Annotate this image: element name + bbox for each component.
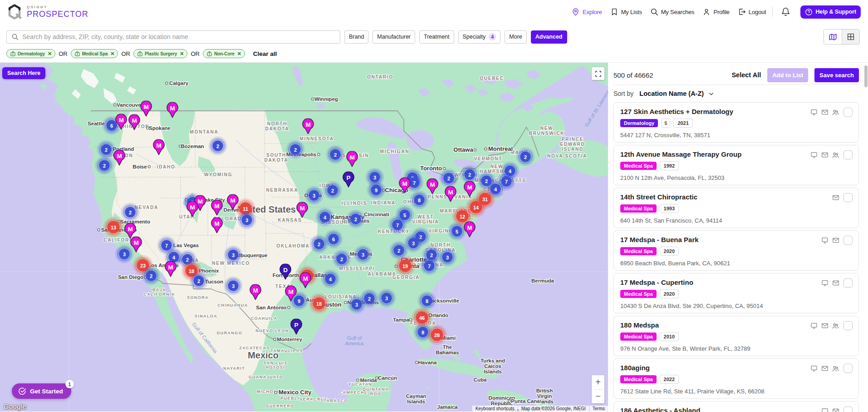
red-cluster-marker[interactable]: 18 — [313, 298, 325, 310]
brand-filter-button[interactable]: Brand — [344, 30, 368, 44]
blue-cluster-marker[interactable]: 6 — [329, 234, 339, 244]
filter-chip-dermatology[interactable]: Dermatology✕ — [6, 49, 55, 58]
clear-all-filters[interactable]: Clear all — [253, 50, 277, 57]
blue-cluster-marker[interactable]: 2 — [194, 276, 204, 286]
blue-cluster-marker[interactable]: 2 — [101, 144, 112, 155]
blue-cluster-marker[interactable]: 3 — [119, 249, 130, 259]
red-cluster-marker[interactable]: 11 — [240, 203, 252, 215]
select-location-checkbox[interactable] — [843, 407, 853, 412]
blue-cluster-marker[interactable]: 2 — [481, 176, 492, 186]
red-cluster-marker[interactable]: 46 — [416, 312, 428, 324]
select-location-checkbox[interactable] — [843, 150, 853, 159]
sort-dropdown[interactable]: Location Name (A-Z) — [639, 90, 714, 97]
blue-cluster-marker[interactable]: 2 — [351, 214, 361, 224]
treatment-filter-button[interactable]: Treatment — [419, 30, 454, 44]
result-card[interactable]: 180agingMedical Spa20227612 State Line R… — [613, 358, 859, 399]
filter-chip-medical-spa[interactable]: Medical Spa✕ — [71, 49, 118, 58]
panel-scrollbar[interactable] — [864, 64, 868, 410]
monitor-icon[interactable] — [821, 237, 829, 244]
remove-chip-icon[interactable]: ✕ — [237, 51, 241, 57]
blue-cluster-marker[interactable]: 3 — [309, 190, 319, 201]
map-view-button[interactable] — [824, 30, 842, 44]
blue-cluster-marker[interactable]: 2 — [465, 169, 475, 180]
blue-cluster-marker[interactable]: 2 — [337, 254, 347, 264]
attribution-item[interactable]: Map data ©2026 Google, INEGI — [518, 406, 589, 412]
map-canvas[interactable]: WASHINGTONOREGONIDAHOMONTANAWYOMINGNORTH… — [0, 63, 608, 412]
filter-chip-non-core[interactable]: Non-Core✕ — [203, 49, 245, 58]
result-card[interactable]: 17 Medspa - Buena ParkMedical Spa2020695… — [613, 230, 859, 271]
table-view-button[interactable] — [842, 30, 859, 44]
red-cluster-marker[interactable]: 19 — [399, 260, 412, 272]
mail-icon[interactable] — [832, 194, 839, 202]
red-cluster-marker[interactable]: 23 — [137, 259, 149, 272]
pin-marker-M[interactable]: M — [398, 178, 411, 196]
result-card[interactable]: 180 MedspaMedical Spa2010976 N Orange Av… — [613, 316, 859, 356]
result-card[interactable]: 186 Aesthetics - Ashland — [613, 401, 859, 412]
mail-icon[interactable] — [821, 109, 829, 116]
help-support-button[interactable]: Help & Support — [800, 5, 861, 19]
mail-icon[interactable] — [832, 279, 839, 287]
blue-cluster-marker[interactable]: 2 — [182, 254, 193, 265]
blue-cluster-marker[interactable]: 2 — [394, 245, 404, 256]
zoom-out-button[interactable]: − — [592, 390, 604, 404]
blue-cluster-marker[interactable]: 2 — [330, 149, 341, 160]
blue-cluster-marker[interactable]: 3 — [408, 238, 419, 248]
blue-cluster-marker[interactable]: 7 — [162, 240, 172, 251]
blue-cluster-marker[interactable]: 2 — [99, 160, 110, 171]
blue-cluster-marker[interactable]: 7 — [424, 261, 435, 271]
blue-cluster-marker[interactable]: 3 — [228, 250, 239, 260]
fullscreen-button[interactable] — [592, 67, 604, 80]
advanced-button[interactable]: Advanced — [531, 30, 567, 44]
pin-marker-M[interactable]: M — [130, 237, 142, 255]
blue-cluster-marker[interactable]: 4 — [320, 212, 330, 223]
blue-cluster-marker[interactable]: 5 — [452, 226, 462, 237]
nav-item-my-searches[interactable]: My Searches — [650, 8, 695, 16]
blue-cluster-marker[interactable]: 3 — [370, 172, 380, 183]
specialty-filter-button[interactable]: Specialty4 — [458, 30, 501, 44]
people-icon[interactable] — [832, 365, 839, 372]
remove-chip-icon[interactable]: ✕ — [110, 51, 114, 57]
save-search-button[interactable]: Save search — [814, 68, 859, 82]
blue-cluster-marker[interactable]: 7 — [392, 220, 403, 230]
blue-cluster-marker[interactable]: 3 — [442, 252, 453, 263]
remove-chip-icon[interactable]: ✕ — [48, 51, 52, 57]
blue-cluster-marker[interactable]: 4 — [325, 274, 336, 284]
blue-cluster-marker[interactable]: 2 — [520, 152, 531, 162]
blue-cluster-marker[interactable]: 2 — [314, 239, 324, 249]
red-cluster-marker[interactable]: 13 — [108, 221, 120, 233]
add-to-list-button[interactable]: Add to List — [767, 68, 808, 82]
pin-marker-M[interactable]: M — [463, 222, 476, 240]
pin-marker-P[interactable]: P — [290, 319, 303, 337]
red-cluster-marker[interactable]: 18 — [186, 265, 198, 277]
monitor-icon[interactable] — [810, 322, 818, 330]
mail-icon[interactable] — [821, 322, 829, 330]
mail-icon[interactable] — [821, 151, 829, 159]
monitor-icon[interactable] — [810, 109, 818, 116]
blue-cluster-marker[interactable]: 9 — [371, 185, 382, 195]
pin-marker-M[interactable]: M — [140, 101, 152, 119]
blue-cluster-marker[interactable]: 3 — [228, 281, 239, 291]
monitor-icon[interactable] — [821, 407, 829, 412]
pin-marker-M[interactable]: M — [463, 181, 476, 199]
search-here-button[interactable]: Search Here — [2, 67, 45, 79]
location-search-box[interactable] — [6, 30, 340, 44]
blue-cluster-marker[interactable]: 3 — [382, 293, 392, 303]
blue-cluster-marker[interactable]: 2 — [444, 173, 454, 184]
blue-cluster-marker[interactable]: 2 — [328, 185, 338, 196]
blue-cluster-marker[interactable]: 4 — [490, 184, 501, 194]
select-location-checkbox[interactable] — [843, 278, 853, 288]
result-card[interactable]: 17 Medspa - CupertinoMedical Spa20201043… — [613, 273, 859, 313]
blue-cluster-marker[interactable]: 2 — [427, 250, 437, 260]
pin-marker-M[interactable]: M — [302, 119, 314, 137]
nav-item-my-lists[interactable]: My Lists — [610, 8, 642, 16]
result-card[interactable]: 127 Skin Aesthetics + DermatologyDermato… — [613, 102, 859, 143]
blue-cluster-marker[interactable]: 2 — [364, 293, 375, 304]
bell-icon[interactable] — [781, 7, 790, 17]
pin-marker-M[interactable]: M — [249, 284, 262, 303]
pin-marker-M[interactable]: M — [426, 179, 439, 197]
pin-marker-M[interactable]: M — [284, 286, 297, 304]
pin-marker-M[interactable]: M — [226, 194, 239, 213]
blue-cluster-marker[interactable]: 3 — [352, 299, 362, 310]
people-icon[interactable] — [832, 322, 839, 330]
blue-cluster-marker[interactable]: 5 — [400, 210, 410, 220]
